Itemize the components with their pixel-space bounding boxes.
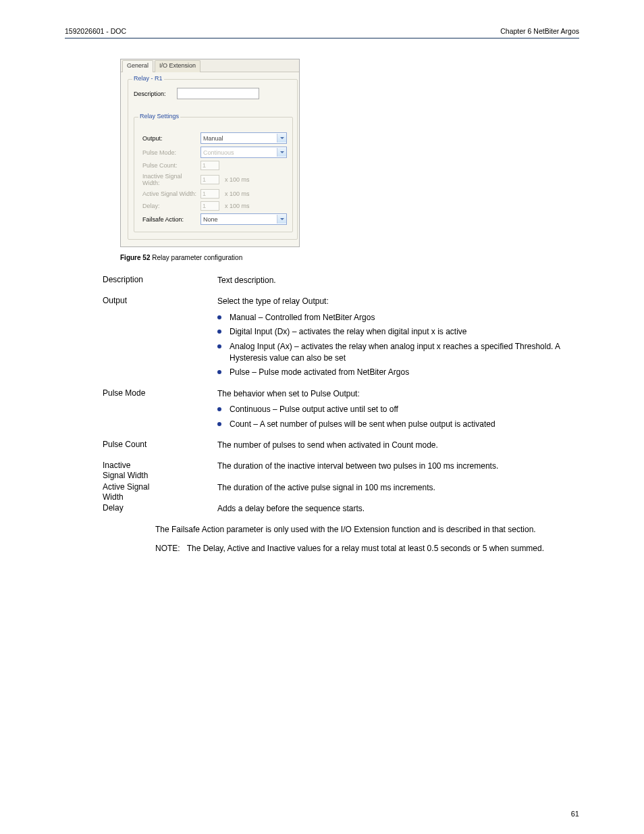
chevron-down-icon bbox=[280, 151, 284, 153]
section-output-intro: Select the type of relay Output: bbox=[217, 296, 579, 307]
figure-label: Figure 52 bbox=[120, 254, 150, 261]
inactive-width-label: Inactive Signal Width: bbox=[142, 173, 198, 186]
note-label: NOTE: bbox=[155, 543, 180, 554]
active-width-suffix: x 100 ms bbox=[225, 190, 250, 197]
header-right: Chapter 6 NetBiter Argos bbox=[500, 27, 579, 35]
section-delay-head: Delay bbox=[103, 503, 150, 513]
section-description-head: Description bbox=[103, 275, 150, 285]
pulse-mode-bullets: Continuous – Pulse output active until s… bbox=[217, 404, 579, 430]
figure-caption: Figure 52 Relay parameter configuration bbox=[120, 254, 579, 261]
section-pulse-count-body: The number of pulses to send when activa… bbox=[217, 440, 579, 451]
chevron-down-icon bbox=[280, 218, 284, 220]
output-bullet: Manual – Controlled from NetBiter Argos bbox=[217, 312, 579, 323]
inactive-width-input bbox=[200, 175, 219, 184]
section-output-head: Output bbox=[103, 296, 150, 306]
section-delay: Delay Adds a delay before the sequence s… bbox=[155, 503, 579, 515]
section-inactive-signal-width: Inactive Signal Width The duration of th… bbox=[155, 461, 579, 472]
section-pulse-mode-intro: The behavior when set to Pulse Output: bbox=[217, 388, 579, 400]
group-relay-settings-title: Relay Settings bbox=[138, 113, 180, 120]
relay-dialog: General I/O Extension Relay - R1 Descrip… bbox=[120, 59, 300, 247]
failsafe-label: Failsafe Action: bbox=[142, 216, 198, 223]
doc-body: Description Text description. Output Sel… bbox=[155, 275, 579, 554]
output-bullets: Manual – Controlled from NetBiter Argos … bbox=[217, 312, 579, 379]
output-select[interactable]: Manual bbox=[200, 132, 287, 144]
failsafe-select[interactable]: None bbox=[200, 213, 287, 225]
group-relay-r1: Relay - R1 Description: Relay Settings O… bbox=[128, 79, 298, 240]
pulse-mode-select-btn bbox=[277, 148, 286, 157]
output-select-value: Manual bbox=[203, 135, 223, 142]
delay-input bbox=[200, 201, 219, 211]
failsafe-select-value: None bbox=[203, 216, 218, 223]
note-text: The Delay, Active and Inactive values fo… bbox=[187, 543, 544, 554]
tab-io-extension[interactable]: I/O Extension bbox=[155, 60, 200, 72]
dialog-body: Relay - R1 Description: Relay Settings O… bbox=[121, 72, 299, 246]
header-left: 1592026601 - DOC bbox=[65, 27, 126, 35]
group-relay-settings: Relay Settings Output: Manual Pulse Mode… bbox=[134, 117, 293, 232]
section-pulse-mode-head: Pulse Mode bbox=[103, 388, 150, 398]
active-width-label: Active Signal Width: bbox=[142, 190, 198, 197]
section-description-body: Text description. bbox=[217, 275, 579, 286]
pulse-mode-select: Continuous bbox=[200, 147, 287, 158]
section-failsafe-text: The Failsafe Action parameter is only us… bbox=[155, 524, 579, 536]
delay-label: Delay: bbox=[142, 203, 198, 209]
section-pulse-count: Pulse Count The number of pulses to send… bbox=[155, 440, 579, 451]
description-label: Description: bbox=[134, 90, 174, 97]
header-rule bbox=[65, 38, 579, 38]
section-pulse-count-head: Pulse Count bbox=[103, 440, 150, 450]
section-description: Description Text description. bbox=[155, 275, 579, 286]
dialog-tabs: General I/O Extension bbox=[121, 59, 299, 72]
section-inactive-head: Inactive Signal Width bbox=[103, 461, 150, 481]
pulse-count-input bbox=[200, 161, 219, 170]
section-delay-body: Adds a delay before the sequence starts. bbox=[217, 503, 579, 515]
section-active-signal-width: Active Signal Width The duration of the … bbox=[155, 482, 579, 494]
section-pulse-mode: Pulse Mode The behavior when set to Puls… bbox=[155, 388, 579, 430]
note-row: NOTE: The Delay, Active and Inactive val… bbox=[155, 543, 579, 554]
pulse-count-label: Pulse Count: bbox=[142, 162, 198, 169]
section-active-head: Active Signal Width bbox=[103, 482, 150, 502]
page: 1592026601 - DOC Chapter 6 NetBiter Argo… bbox=[0, 0, 644, 834]
section-active-body: The duration of the active pulse signal … bbox=[217, 482, 579, 494]
inactive-width-suffix: x 100 ms bbox=[225, 176, 250, 183]
section-pulse-mode-content: The behavior when set to Pulse Output: C… bbox=[217, 388, 579, 430]
page-number: 61 bbox=[571, 810, 579, 818]
page-header: 1592026601 - DOC Chapter 6 NetBiter Argo… bbox=[65, 27, 579, 38]
pulse-mode-select-value: Continuous bbox=[203, 149, 234, 156]
group-relay-title: Relay - R1 bbox=[132, 75, 164, 82]
failsafe-select-btn[interactable] bbox=[277, 215, 286, 224]
output-label: Output: bbox=[142, 135, 198, 142]
chevron-down-icon bbox=[280, 137, 284, 139]
pulse-mode-label: Pulse Mode: bbox=[142, 149, 198, 156]
figure-text: Relay parameter configuration bbox=[152, 254, 242, 261]
output-bullet: Digital Input (Dx) – activates the relay… bbox=[217, 326, 579, 338]
figure-relay-dialog: General I/O Extension Relay - R1 Descrip… bbox=[120, 59, 579, 247]
pulse-mode-bullet: Count – A set number of pulses will be s… bbox=[217, 419, 579, 430]
description-input[interactable] bbox=[177, 88, 259, 99]
output-bullet: Pulse – Pulse mode activated from NetBit… bbox=[217, 367, 579, 378]
section-output: Output Select the type of relay Output: … bbox=[155, 296, 579, 378]
output-select-btn[interactable] bbox=[277, 134, 286, 142]
failsafe-text: The Failsafe Action parameter is only us… bbox=[155, 524, 579, 536]
tab-general[interactable]: General bbox=[122, 60, 153, 72]
output-bullet: Analog Input (Ax) – activates the relay … bbox=[217, 341, 579, 365]
active-width-input bbox=[200, 189, 219, 199]
section-output-content: Select the type of relay Output: Manual … bbox=[217, 296, 579, 378]
pulse-mode-bullet: Continuous – Pulse output active until s… bbox=[217, 404, 579, 415]
delay-suffix: x 100 ms bbox=[225, 203, 250, 209]
section-inactive-body: The duration of the inactive interval be… bbox=[217, 461, 579, 472]
